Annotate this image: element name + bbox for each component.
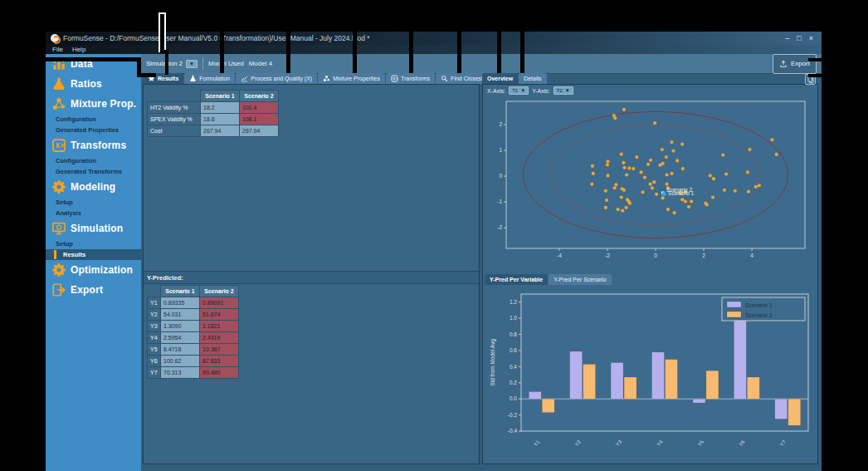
tab-find-closest[interactable]: Find Closest: [436, 73, 488, 84]
value-cell: 51.674: [200, 309, 239, 321]
callout-line-copy: [808, 74, 838, 77]
column-header: [148, 91, 201, 102]
callout-line-process-quality: [286, 0, 290, 73]
sidebar-item-analysis[interactable]: Analysis: [46, 208, 141, 218]
tab-label: Y-Pred Per Variable: [490, 277, 543, 282]
menu-file[interactable]: File: [52, 46, 63, 53]
sidebar-item-label: Modeling: [71, 181, 115, 193]
results-tab-strip: ResultsFormulationProcess and Quality (X…: [143, 73, 480, 84]
table-row: Y6100.6287.833: [148, 356, 239, 367]
svg-text:Y3: Y3: [615, 439, 623, 447]
svg-text:Std from Model Avg: Std from Model Avg: [490, 339, 496, 386]
value-cell: 69.480: [200, 367, 239, 379]
simulation-selector[interactable]: Simulation 2 ▼: [146, 60, 197, 68]
tab-label: Overview: [487, 76, 513, 81]
sidebar-item-optimization[interactable]: Optimization: [46, 260, 141, 280]
sidebar-item-mixture-prop-[interactable]: Mixture Prop.: [46, 94, 141, 114]
tab-mixture-properties[interactable]: Mixture Properties: [318, 73, 385, 84]
export-button-label: Export: [791, 60, 810, 67]
tab-label: Formulation: [199, 76, 230, 81]
value-cell: 10.387: [200, 344, 239, 356]
column-header: Scenario 2: [200, 286, 239, 297]
svg-text:0.0: 0.0: [510, 395, 517, 401]
sidebar-item-results[interactable]: Results: [46, 249, 141, 260]
sidebar-item-configuration[interactable]: Configuration: [46, 114, 141, 125]
tab-label: Y-Pred Per Scenario: [553, 277, 607, 282]
callout-line-export: [808, 58, 838, 61]
tab-y-pred-per-scenario[interactable]: Y-Pred Per Scenario: [549, 274, 612, 285]
export-icon: [51, 282, 66, 297]
sidebar: DataRatiosMixture Prop.ConfigurationGene…: [46, 54, 141, 471]
molecule-icon: [323, 75, 330, 82]
callout-line-details: [520, 0, 524, 73]
sidebar-item-label: Generated Transforms: [56, 168, 122, 175]
row-label: Y5: [148, 344, 161, 356]
sidebar-item-configuration[interactable]: Configuration: [46, 155, 141, 166]
menu-help[interactable]: Help: [72, 46, 85, 53]
maximize-button[interactable]: □: [797, 32, 801, 45]
tab-transforms[interactable]: Transforms: [386, 73, 435, 84]
sidebar-item-label: Configuration: [56, 157, 96, 164]
close-button[interactable]: ×: [809, 32, 813, 45]
ypred-section-header: Y-Predicted:: [144, 271, 479, 284]
app-logo-icon: [51, 34, 59, 42]
callout-line-formulation: [220, 0, 224, 73]
value-cell: 70.313: [161, 367, 200, 379]
overview-panel-body: X-Axis: T1▼ Y-Axis: T2▼ -4-2024-2-1012Sc…: [482, 84, 818, 464]
sidebar-item-label: Configuration: [56, 115, 96, 123]
model-value: Model 4: [249, 60, 272, 67]
sidebar-item-generated-transforms[interactable]: Generated Transforms: [46, 166, 141, 177]
sidebar-item-setup[interactable]: Setup: [46, 197, 141, 208]
axis-selector-row: X-Axis: T1▼ Y-Axis: T2▼: [487, 86, 573, 95]
sidebar-item-transforms[interactable]: Transforms: [46, 135, 141, 155]
tab-details[interactable]: Details: [519, 73, 546, 84]
flask-icon: [189, 75, 197, 82]
tab-overview[interactable]: Overview: [482, 73, 518, 84]
screenshot-root: FormuSense - D:/FormuSense/User Manual/V…: [0, 0, 868, 471]
value-cell: 87.833: [200, 356, 239, 367]
monitor-icon: [51, 221, 66, 236]
x-axis-select[interactable]: T1▼: [509, 86, 529, 95]
row-label: Y4: [148, 332, 161, 344]
column-header: Scenario 2: [240, 91, 279, 102]
svg-text:2: 2: [499, 121, 502, 127]
molecule-icon: [51, 96, 66, 111]
tab-label: Details: [524, 76, 541, 81]
sidebar-item-label: Analysis: [56, 209, 81, 217]
sidebar-item-setup[interactable]: Setup: [46, 238, 141, 249]
tab-process-and-quality-x-[interactable]: Process and Quality (X): [236, 73, 317, 84]
sidebar-item-modeling[interactable]: Modeling: [46, 177, 141, 197]
sidebar-item-simulation[interactable]: Simulation: [46, 218, 141, 238]
svg-text:Scenario 2: Scenario 2: [745, 312, 773, 318]
chevron-down-icon: ▼: [520, 88, 525, 93]
x-axis-label: X-Axis:: [487, 88, 505, 94]
tab-y-pred-per-variable[interactable]: Y-Pred Per Variable: [485, 274, 548, 285]
export-button[interactable]: Export: [773, 54, 817, 74]
value-cell: 2.5954: [161, 332, 200, 344]
tab-label: Transforms: [401, 76, 430, 81]
tab-label: Mixture Properties: [333, 76, 380, 81]
table-row: HT2 Validity %18.2101.4: [148, 102, 279, 114]
svg-text:-2: -2: [497, 224, 502, 230]
svg-text:Y2: Y2: [574, 439, 583, 447]
y-axis-select[interactable]: T2▼: [553, 86, 573, 95]
sidebar-item-label: Simulation: [71, 223, 123, 234]
chevron-down-icon: ▼: [186, 60, 197, 68]
transform-icon: [51, 138, 66, 153]
svg-text:0.4: 0.4: [510, 364, 517, 370]
column-header: [148, 286, 161, 297]
sidebar-item-label: Generated Properties: [56, 126, 119, 134]
table-row: Y254.03151.674: [148, 309, 239, 321]
callout-line-results: [158, 12, 166, 52]
sidebar-item-export[interactable]: Export: [46, 280, 141, 300]
minimize-button[interactable]: –: [785, 32, 789, 45]
callout-line-results: [165, 50, 168, 75]
model-used-label: Model Used: [208, 60, 244, 67]
value-cell: 2.4919: [200, 332, 239, 344]
sidebar-item-generated-properties[interactable]: Generated Properties: [46, 125, 141, 135]
tab-formulation[interactable]: Formulation: [184, 73, 235, 84]
value-cell: 267.94: [201, 125, 240, 137]
svg-text:Y5: Y5: [697, 439, 705, 447]
sidebar-item-ratios[interactable]: Ratios: [46, 74, 141, 94]
svg-text:-1: -1: [497, 199, 502, 204]
